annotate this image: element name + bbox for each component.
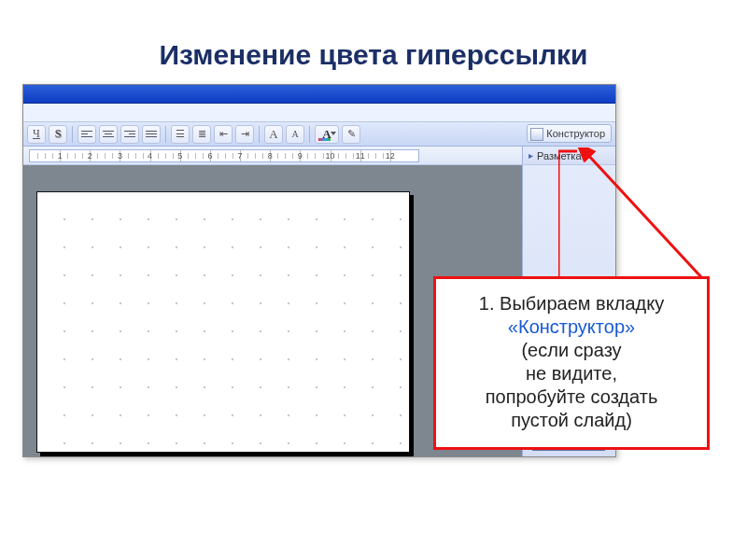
toolbar-separator xyxy=(309,126,310,143)
ruler-minor-tick xyxy=(128,153,129,159)
ruler-minor-tick xyxy=(255,153,256,159)
ruler-minor-tick xyxy=(353,153,354,159)
ruler-minor-tick xyxy=(307,153,308,159)
step-line: Выбираем вкладку xyxy=(500,293,664,314)
ruler-minor-tick xyxy=(112,153,113,159)
ruler-minor-tick xyxy=(292,153,293,159)
instruction-callout: 1. Выбираем вкладку «Конструктор» (если … xyxy=(433,276,710,450)
ruler-number: 7 xyxy=(238,151,243,161)
page-title: Изменение цвета гиперссылки xyxy=(0,39,747,71)
decrease-indent-button[interactable]: ⇤ xyxy=(214,125,233,144)
design-icon[interactable]: ✎ xyxy=(342,125,360,144)
ruler-minor-tick xyxy=(82,153,83,159)
ruler-minor-tick xyxy=(225,153,226,159)
ruler-minor-tick xyxy=(67,153,68,159)
slide-grid xyxy=(37,192,409,452)
font-color-button[interactable]: A xyxy=(315,125,339,144)
ruler-minor-tick xyxy=(165,153,166,159)
ruler-number: 5 xyxy=(177,151,182,161)
ruler-number: 1 xyxy=(58,151,63,161)
numbered-list-button[interactable]: ☰ xyxy=(171,125,190,144)
ruler-row: 123456789101112 Разметка xyxy=(23,147,615,165)
toolbar-separator xyxy=(165,126,166,143)
ruler-minor-tick xyxy=(135,153,136,159)
ruler-minor-tick xyxy=(195,153,196,159)
razmetka-pane-header[interactable]: Разметка xyxy=(522,147,615,164)
ruler-minor-tick xyxy=(97,153,98,159)
ruler-number: 3 xyxy=(118,151,122,161)
horizontal-ruler[interactable]: 123456789101112 xyxy=(29,149,419,162)
slide-canvas[interactable] xyxy=(36,191,410,453)
align-center-button[interactable] xyxy=(99,125,118,144)
ruler-number: 8 xyxy=(268,151,273,161)
step-number: 1. xyxy=(479,293,495,314)
ruler-minor-tick xyxy=(277,153,278,159)
ruler-minor-tick xyxy=(188,153,189,159)
ruler-minor-tick xyxy=(368,153,369,159)
ruler-minor-tick xyxy=(323,153,324,159)
formatting-toolbar: Ч S ☰ ≣ ⇤ ⇥ A A A ✎ Конструктор xyxy=(23,122,615,147)
ruler-minor-tick xyxy=(75,153,76,159)
window-menubar-area: Введи xyxy=(23,104,615,122)
window-titlebar xyxy=(23,85,615,104)
ruler-number: 12 xyxy=(386,151,395,161)
ruler-number: 10 xyxy=(326,151,335,161)
ruler-minor-tick xyxy=(262,153,263,159)
step-line: (если сразу xyxy=(521,340,621,360)
increase-font-button[interactable]: A xyxy=(264,125,283,144)
ruler-minor-tick xyxy=(338,153,339,159)
underline-button[interactable]: Ч xyxy=(27,125,46,144)
ruler-minor-tick xyxy=(45,153,46,159)
align-left-button[interactable] xyxy=(78,125,96,144)
ruler-minor-tick xyxy=(37,153,38,159)
ruler-number: 9 xyxy=(298,151,303,161)
toolbar-separator xyxy=(72,126,73,143)
ruler-minor-tick xyxy=(375,153,376,159)
ruler-minor-tick xyxy=(143,153,144,159)
ruler-minor-tick xyxy=(203,153,204,159)
ruler-minor-tick xyxy=(233,153,233,159)
konstruktor-tab[interactable]: Конструктор xyxy=(527,124,612,143)
razmetka-label: Разметка xyxy=(537,150,582,161)
ruler-number: 2 xyxy=(88,151,92,161)
ruler-minor-tick xyxy=(345,153,346,159)
align-right-button[interactable] xyxy=(120,125,139,144)
ruler-minor-tick xyxy=(315,153,316,159)
step-line-highlight: «Конструктор» xyxy=(508,316,635,337)
konstruktor-label: Конструктор xyxy=(546,128,605,139)
text-shadow-button[interactable]: S xyxy=(49,125,67,144)
ruler-minor-tick xyxy=(105,153,106,159)
step-line: не видите, xyxy=(526,363,617,384)
align-justify-button[interactable] xyxy=(142,125,161,144)
chevron-down-icon xyxy=(331,132,336,135)
ruler-number: 4 xyxy=(148,151,152,161)
step-line: попробуйте создать xyxy=(486,386,658,407)
ruler-minor-tick xyxy=(383,153,384,159)
step-line: пустой слайд) xyxy=(511,410,632,430)
ruler-minor-tick xyxy=(247,153,248,159)
ruler-minor-tick xyxy=(218,153,218,159)
ruler-number: 11 xyxy=(356,151,365,161)
ruler-minor-tick xyxy=(173,153,174,159)
decrease-font-button[interactable]: A xyxy=(286,125,304,144)
bulleted-list-button[interactable]: ≣ xyxy=(192,125,211,144)
ruler-minor-tick xyxy=(52,153,53,159)
help-search-field[interactable]: Введи xyxy=(578,84,612,85)
ruler-number: 6 xyxy=(207,151,212,161)
toolbar-separator xyxy=(259,126,260,143)
ruler-minor-tick xyxy=(158,153,159,159)
ruler-minor-tick xyxy=(285,153,286,159)
increase-indent-button[interactable]: ⇥ xyxy=(235,125,254,144)
instruction-step-1: 1. Выбираем вкладку «Конструктор» (если … xyxy=(445,292,698,432)
